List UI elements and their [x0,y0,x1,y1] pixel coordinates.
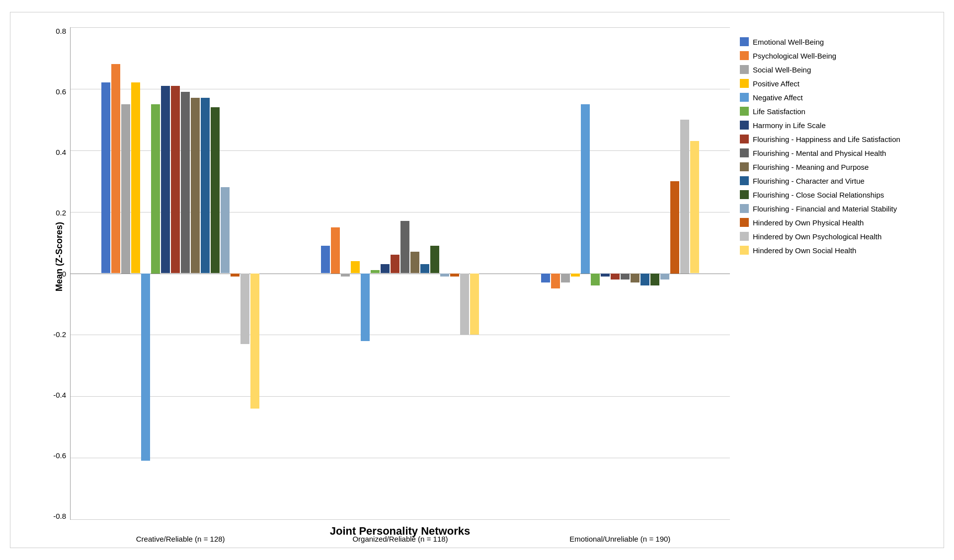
legend-label: Flourishing - Happiness and Life Satisfa… [753,135,900,143]
y-tick: 0.8 [56,27,66,35]
bar [101,82,110,273]
bar [601,274,610,277]
legend-color-box [740,37,749,46]
bar [460,274,469,335]
legend-item: Harmony in Life Scale [740,121,934,130]
y-tick: -0.2 [53,331,66,338]
bar [171,86,180,274]
bar [680,120,689,274]
legend-color-box [740,148,749,157]
bar [250,274,259,409]
legend-label: Emotional Well-Being [753,38,824,46]
legend-item: Flourishing - Character and Virtue [740,176,934,185]
legend-color-box [740,79,749,88]
legend-label: Flourishing - Close Social Relationships [753,191,884,199]
grid-line [71,519,730,520]
legend-label: Negative Affect [753,93,803,102]
legend-color-box [740,246,749,255]
bar [121,104,130,274]
bar [391,255,399,273]
bar [410,252,419,273]
bar-wrapper [141,27,150,519]
y-tick: 0 [62,270,66,278]
y-tick: -0.4 [53,391,66,399]
bar [400,221,409,273]
bar [161,86,170,274]
bar-wrapper [611,27,620,519]
group-label: Emotional/Unreliable (n = 190) [569,535,670,543]
bar [640,274,649,286]
legend-label: Positive Affect [753,79,799,88]
legend-color-box [740,162,749,171]
legend-item: Flourishing - Financial and Material Sta… [740,204,934,213]
bar [660,274,669,280]
y-tick: 0.6 [56,88,66,95]
legend-color-box [740,135,749,143]
legend-label: Flourishing - Character and Virtue [753,177,865,185]
bar [621,274,630,280]
bar-wrapper [591,27,600,519]
chart-wrapper: Mean (Z-Scores) 0.80.60.40.20-0.2-0.4-0.… [15,22,730,543]
bar-wrapper [341,27,350,519]
bar [331,227,340,274]
legend-item: Psychological Well-Being [740,51,934,60]
bar [450,274,459,277]
bar-wrapper [361,27,370,519]
bar [361,274,370,341]
legend-color-box [740,65,749,74]
bar [231,274,239,277]
legend-color-box [740,51,749,60]
bar [571,274,580,277]
legend-label: Hindered by Own Physical Health [753,218,864,227]
bar [181,92,190,273]
legend-label: Social Well-Being [753,66,811,74]
bar [151,104,160,274]
legend-item: Emotional Well-Being [740,37,934,46]
bar [191,98,200,273]
bar-wrapper [660,27,669,519]
legend-item: Hindered by Own Psychological Health [740,232,934,241]
bar [240,274,249,344]
bar-wrapper [460,27,469,519]
grid-line [71,335,730,335]
legend-label: Hindered by Own Social Health [753,246,856,255]
bar [420,264,429,274]
bar [131,82,140,273]
legend-color-box [740,204,749,213]
bar [440,274,449,277]
y-tick: -0.6 [53,452,66,459]
legend-item: Life Satisfaction [740,107,934,116]
bar-wrapper [440,27,449,519]
legend-item: Flourishing - Close Social Relationships [740,190,934,199]
plot-area: Creative/Reliable (n = 128)Organized/Rel… [70,27,730,520]
legend-color-box [740,93,749,102]
bar-wrapper [601,27,610,519]
legend-label: Flourishing - Meaning and Purpose [753,163,869,171]
y-tick: 0.4 [56,148,66,156]
legend-label: Harmony in Life Scale [753,121,826,130]
bar-wrapper [621,27,630,519]
legend-item: Social Well-Being [740,65,934,74]
bar [381,264,390,274]
legend-color-box [740,232,749,241]
legend-color-box [740,176,749,185]
legend-item: Flourishing - Happiness and Life Satisfa… [740,135,934,143]
legend-item: Hindered by Own Social Health [740,246,934,255]
legend-color-box [740,121,749,130]
bar [201,98,210,273]
chart-container: Mean (Z-Scores) 0.80.60.40.20-0.2-0.4-0.… [10,12,944,548]
y-tick: 0.2 [56,209,66,216]
chart-area: Mean (Z-Scores) 0.80.60.40.20-0.2-0.4-0.… [15,22,730,543]
group-label: Organized/Reliable (n = 118) [352,535,448,543]
bar [341,274,350,277]
bar-wrapper [470,27,479,519]
legend: Emotional Well-BeingPsychological Well-B… [730,22,939,543]
legend-item: Negative Affect [740,93,934,102]
bar [221,187,230,273]
bar [470,274,479,335]
bar [591,274,600,286]
bar-wrapper [561,27,570,519]
y-tick: -0.8 [53,512,66,520]
legend-label: Psychological Well-Being [753,52,836,60]
legend-color-box [740,190,749,199]
